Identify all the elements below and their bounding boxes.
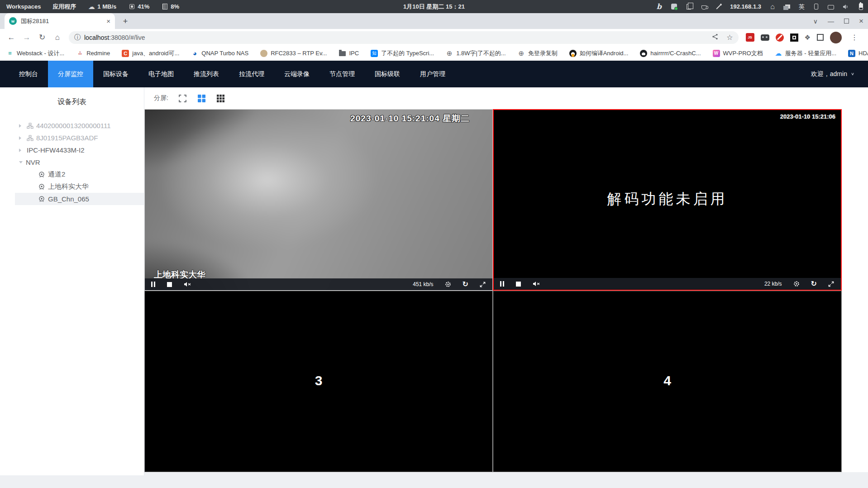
- mute-speaker-icon[interactable]: [184, 281, 191, 288]
- fullscreen-icon[interactable]: [178, 94, 187, 103]
- refresh-icon[interactable]: ↻: [463, 281, 468, 288]
- bookmark-compile-android[interactable]: 如何编译Android...: [569, 49, 629, 57]
- bookmark-server[interactable]: ☁服务器 - 轻量应用...: [775, 49, 836, 57]
- user-menu[interactable]: 欢迎，admin ∨: [811, 70, 854, 78]
- bookmark-copy-free[interactable]: ⊕免登录复制: [518, 49, 558, 57]
- cpu-indicator[interactable]: 41%: [128, 3, 149, 10]
- share-icon[interactable]: [712, 33, 718, 42]
- tree-node-device-1[interactable]: 44020000013200000111: [0, 120, 144, 132]
- bookmark-redmine[interactable]: ∴Redmine: [76, 50, 110, 57]
- tree-node-device-2[interactable]: 8J01915PAGB3ADF: [0, 132, 144, 144]
- bookmark-github-crash[interactable]: hairrrrr/C-CrashC...: [640, 50, 701, 57]
- browser-menu-icon[interactable]: ⋮: [848, 33, 861, 42]
- window-restore-button[interactable]: [844, 19, 849, 24]
- forward-button[interactable]: →: [20, 31, 33, 44]
- video-pane-2[interactable]: 2023-01-10 15:21:06 解码功能未启用 22 kb/s ↻: [493, 109, 842, 291]
- input-method-indicator[interactable]: 英: [799, 3, 805, 11]
- expand-icon[interactable]: [828, 280, 835, 287]
- url-host: localhost: [84, 34, 109, 41]
- settings-gear-icon[interactable]: [793, 280, 800, 287]
- pause-icon[interactable]: [151, 281, 155, 288]
- tab-search-chevron-icon[interactable]: ∨: [813, 18, 818, 25]
- bookmark-wvp-doc[interactable]: WWVP-PRO文档: [713, 49, 763, 57]
- browser-tab[interactable]: w 国标28181 ×: [5, 13, 115, 29]
- extension-js-icon[interactable]: JS: [746, 33, 754, 42]
- color-picker-icon[interactable]: [715, 3, 722, 10]
- applications-menu[interactable]: 应用程序: [52, 3, 76, 11]
- nav-item-cloud-record[interactable]: 云端录像: [274, 61, 320, 87]
- caret-right-icon[interactable]: [19, 136, 23, 140]
- reload-button[interactable]: ↻: [35, 31, 49, 44]
- app-indicator-icon[interactable]: [670, 3, 677, 10]
- nav-item-push-list[interactable]: 推流列表: [184, 61, 229, 87]
- video-pane-1[interactable]: 2023-01-10 15:21:04 星期二 上地科实大华 451 kb/s …: [144, 109, 493, 291]
- video-pane-3[interactable]: 3: [144, 291, 493, 472]
- mute-speaker-icon[interactable]: [533, 280, 540, 287]
- memory-indicator[interactable]: 8%: [161, 3, 179, 10]
- grid-3x3-icon[interactable]: [216, 94, 225, 103]
- stop-icon[interactable]: [516, 280, 521, 287]
- bookmark-webstack[interactable]: ≡Webstack - 设计...: [6, 49, 64, 57]
- bookmark-rfc2833[interactable]: RFC2833 – RTP Ev...: [260, 50, 327, 57]
- decode-disabled-message: 解码功能未启用: [494, 189, 841, 209]
- caret-down-icon[interactable]: [19, 161, 23, 165]
- nav-item-gb-cascade[interactable]: 国标级联: [365, 61, 410, 87]
- net-speed-indicator[interactable]: ☁ 1 MB/s: [88, 3, 116, 10]
- tree-node-channel2[interactable]: 通道2: [0, 168, 144, 181]
- bookmark-java-android[interactable]: Cjava、android可...: [122, 49, 179, 57]
- ip-address-indicator[interactable]: 192.168.1.3: [730, 3, 761, 10]
- workspaces-button[interactable]: Workspaces: [6, 3, 41, 10]
- home-icon[interactable]: ⌂: [769, 3, 776, 10]
- video-pane-4[interactable]: 4: [493, 291, 842, 472]
- expand-icon[interactable]: [479, 281, 486, 288]
- site-info-icon[interactable]: ⓘ: [74, 33, 81, 42]
- caret-right-icon[interactable]: [19, 124, 23, 128]
- phone-link-icon[interactable]: [812, 3, 820, 10]
- tree-node-shangdi[interactable]: 上地科实大华: [0, 181, 144, 193]
- caffeine-icon[interactable]: [700, 3, 707, 10]
- nav-item-gb-devices[interactable]: 国标设备: [93, 61, 138, 87]
- bookmark-18w[interactable]: ⊕1.8W字|了不起的...: [446, 49, 506, 57]
- clock-calendar-button[interactable]: 1月10日 星期二 15：21: [403, 3, 465, 11]
- nav-item-pull-proxy[interactable]: 拉流代理: [229, 61, 274, 87]
- bookmark-star-icon[interactable]: ☆: [726, 33, 733, 42]
- extension-blocker-icon[interactable]: [776, 33, 784, 42]
- nav-item-console[interactable]: 控制台: [9, 61, 48, 87]
- grid-2x2-icon[interactable]: [197, 94, 206, 103]
- window-close-button[interactable]: ×: [859, 17, 863, 26]
- settings-gear-icon[interactable]: [444, 281, 452, 288]
- tab-close-icon[interactable]: ×: [106, 18, 110, 24]
- window-minimize-button[interactable]: —: [828, 18, 834, 25]
- windows-stack-icon[interactable]: [784, 3, 791, 10]
- camera-icon: [38, 171, 45, 178]
- home-button[interactable]: ⌂: [51, 31, 64, 44]
- nav-item-e-map[interactable]: 电子地图: [138, 61, 184, 87]
- extension-glasses-icon[interactable]: [761, 34, 769, 41]
- bing-icon[interactable]: b: [655, 3, 663, 10]
- clipboard-icon[interactable]: [685, 3, 692, 10]
- tree-node-ipc[interactable]: IPC-HFW4433M-I2: [0, 144, 144, 156]
- tree-node-gb-chn-065[interactable]: GB_Chn_065: [15, 193, 144, 205]
- bookmark-hdatmos[interactable]: NHDAtmos :: 种子 *...: [848, 49, 868, 57]
- new-tab-button[interactable]: +: [120, 16, 130, 26]
- extension-square-icon[interactable]: [817, 34, 824, 41]
- extensions-puzzle-icon[interactable]: ❖: [805, 33, 811, 42]
- pause-icon[interactable]: [500, 280, 504, 287]
- tree-node-nvr[interactable]: NVR: [0, 156, 144, 168]
- caret-right-icon[interactable]: [19, 148, 23, 152]
- display-icon[interactable]: [827, 3, 835, 10]
- bookmark-qnap[interactable]: ◕QNAP Turbo NAS: [191, 50, 248, 57]
- bookmark-typescript[interactable]: 知了不起的 TypeScri...: [371, 49, 434, 57]
- extension-screenshot-icon[interactable]: [790, 33, 798, 42]
- nav-item-user-manage[interactable]: 用户管理: [410, 61, 455, 87]
- refresh-icon[interactable]: ↻: [811, 280, 817, 287]
- bookmark-folder-ipc[interactable]: IPC: [339, 50, 359, 57]
- battery-icon[interactable]: [857, 3, 864, 10]
- stop-icon[interactable]: [167, 281, 172, 288]
- nav-item-split-monitor[interactable]: 分屏监控: [48, 61, 93, 87]
- volume-icon[interactable]: [842, 3, 849, 10]
- nav-item-node-manage[interactable]: 节点管理: [320, 61, 365, 87]
- profile-avatar[interactable]: [830, 32, 842, 43]
- back-button[interactable]: ←: [5, 31, 18, 44]
- address-bar[interactable]: ⓘ localhost :38080/#/live ☆: [69, 31, 739, 44]
